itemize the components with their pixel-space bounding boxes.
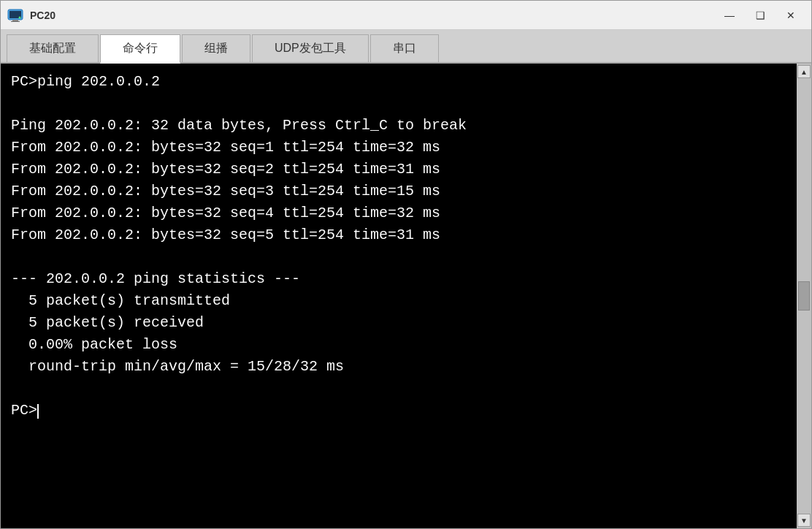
title-bar: PC20 — ❑ ✕ [1,1,811,30]
app-icon [7,7,24,24]
tab-multicast[interactable]: 组播 [182,34,250,62]
window-title: PC20 [30,9,55,21]
tab-bar: 基础配置 命令行 组播 UDP发包工具 串口 [1,30,811,64]
tab-basic-config[interactable]: 基础配置 [7,34,99,62]
close-button[interactable]: ✕ [776,4,805,26]
title-left: PC20 [7,7,55,24]
main-window: PC20 — ❑ ✕ 基础配置 命令行 组播 UDP发包工具 串口 PC>pin… [0,0,812,529]
scroll-up-button[interactable]: ▲ [797,65,811,78]
scroll-thumb[interactable] [798,281,810,311]
svg-rect-2 [12,20,18,21]
terminal-container: PC>ping 202.0.0.2 Ping 202.0.0.2: 32 dat… [1,64,811,528]
scrollbar: ▲ ▼ [797,64,811,528]
minimize-button[interactable]: — [715,4,744,26]
tab-serial[interactable]: 串口 [370,34,439,62]
scroll-down-button[interactable]: ▼ [797,514,811,527]
tab-command-line[interactable]: 命令行 [100,34,180,64]
tab-udp-tool[interactable]: UDP发包工具 [252,34,369,62]
terminal-output[interactable]: PC>ping 202.0.0.2 Ping 202.0.0.2: 32 dat… [1,64,797,528]
svg-rect-3 [11,21,20,22]
svg-point-4 [19,16,21,18]
maximize-button[interactable]: ❑ [746,4,775,26]
title-buttons: — ❑ ✕ [715,4,805,26]
terminal-cursor [37,404,39,419]
